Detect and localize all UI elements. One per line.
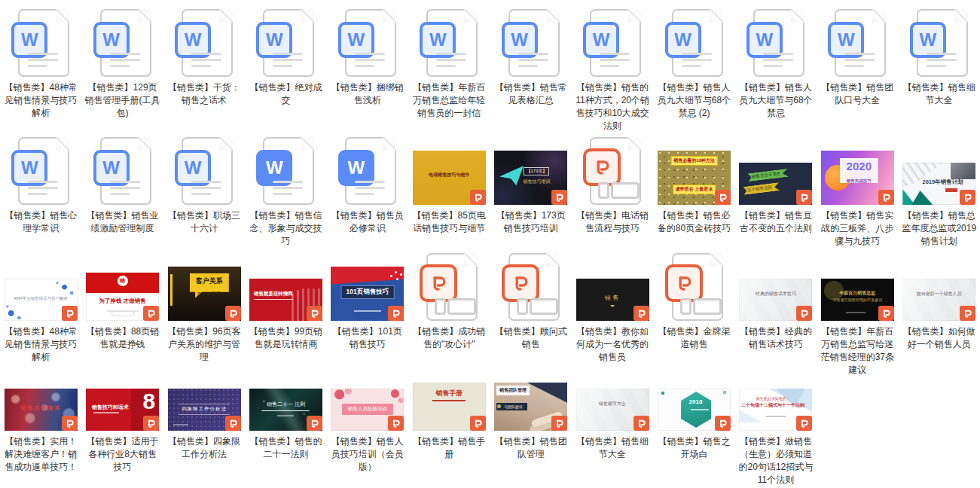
file-label: 【销售类】销售人员九大细节与68个禁忌	[735, 77, 817, 120]
file-label: 【销售类】适用于各种行业8大销售技巧	[81, 431, 163, 474]
thumbnail-text: 8	[143, 390, 156, 413]
thumbnail-text: 销售技巧和话术	[92, 404, 129, 411]
file-item[interactable]: W【销售类】销售常见表格汇总	[490, 5, 571, 133]
thumbnail-text: 2019年销售计划	[923, 178, 963, 186]
file-item[interactable]: 【销售类】成功销售的"攻心计"	[408, 252, 490, 377]
ppt-badge-icon	[225, 306, 241, 321]
file-media: W	[327, 133, 408, 205]
file-item[interactable]: W【销售类】销售人员九大细节与68个禁忌 (2)	[653, 5, 734, 133]
file-label: 【销售类】如何做好一个销售人员	[899, 321, 980, 351]
thumbnail-decoration	[354, 310, 381, 312]
file-item[interactable]: 销售人员技能培训【销售类】销售人员技巧培训（会员版）	[327, 375, 408, 488]
file-item[interactable]: 销售就是玩转情商【销售类】99页销售就是玩转情商	[245, 252, 326, 377]
file-item[interactable]: W【销售类】销售信念、形象与成交技巧	[245, 133, 326, 252]
doc-text-line	[763, 53, 793, 55]
file-item[interactable]: 销售团队管理与团队建设【销售类】销售团队管理	[490, 375, 571, 488]
thumbnail-text: 销售就是玩转情商	[254, 291, 293, 300]
doc-text-line	[355, 187, 385, 189]
thumbnail-decoration	[111, 311, 134, 316]
file-item[interactable]: 电话销售技巧与细节【销售类】85页电话销售技巧与细节	[408, 133, 490, 252]
file-item[interactable]: W【销售类】干货：销售之话术	[163, 5, 245, 133]
file-item[interactable]: 如何做好一个销售人员【销售类】如何做好一个销售人员	[899, 252, 980, 377]
ppt-badge-icon	[633, 416, 649, 431]
thumbnail-text: 虚怀若谷 上善若水	[673, 185, 716, 194]
file-media: W	[0, 133, 81, 205]
page-fold-corner	[56, 9, 69, 23]
word-doc-icon: W	[753, 9, 804, 77]
file-item[interactable]: 【173页】销售技巧培训【销售类】173页销售技巧培训	[490, 133, 571, 252]
file-item[interactable]: W【销售类】销售心理学常识	[0, 133, 81, 252]
doc-text-line	[927, 59, 957, 61]
file-item[interactable]: 做生意必须知道的：二十句话十二招式与十一个法则【销售类】做销售（生意）必须知道的…	[735, 375, 817, 488]
thumbnail-text: 如何做好一个销售人员	[917, 291, 962, 297]
file-item[interactable]: W【销售类】销售的11种方式，20个销售技巧和10大成交法则	[572, 5, 653, 133]
file-label: 【销售类】销售亘古不变的五个法则	[735, 205, 817, 235]
doc-text-line	[273, 187, 303, 189]
file-item[interactable]: 销售手册【销售类】销售手册	[408, 375, 490, 488]
file-item[interactable]: 【销售类】金牌渠道销售	[653, 252, 734, 377]
ppt-badge-icon	[551, 190, 567, 205]
file-label: 【销售类】捆绑销售浅析	[327, 77, 408, 107]
file-item[interactable]: W【销售类】48种常见销售情景与技巧解析	[0, 5, 81, 133]
file-item[interactable]: 四象限工作分析法【销售类】四象限工作分析法	[163, 375, 245, 488]
page-fold-corner	[138, 9, 151, 23]
file-item[interactable]: 精为了挣钱 才做销售【销售类】88页销售就是挣钱	[81, 252, 163, 377]
file-item[interactable]: 【销售类】电话销售流程与技巧	[572, 133, 653, 252]
file-item[interactable]: W【销售类】销售人员九大细节与68个禁忌	[735, 5, 817, 133]
file-item[interactable]: 客户关系维护与管理【销售类】96页客户关系的维护与管理	[163, 252, 245, 377]
thumbnail-text: 做生意必须知道的：	[756, 396, 790, 401]
doc-text-line	[844, 59, 875, 61]
file-item[interactable]: 销售如何逼单【销售类】实用！解决难缠客户！销售成功逼单技巧！	[0, 375, 81, 488]
file-item[interactable]: 销售必看的10种方法虚怀若谷 上善若水【销售类】销售必备的80页金砖技巧	[653, 133, 734, 252]
ppt-badge-icon	[796, 306, 812, 321]
doc-text-line	[273, 65, 292, 67]
file-item[interactable]: W【销售类】绝对成交	[245, 5, 326, 133]
file-item[interactable]: 销售二十一 法则【销售类】销售的二十一法则	[245, 375, 326, 488]
word-doc-icon: W	[182, 9, 233, 77]
file-item[interactable]: W【销售类】职场三十六计	[163, 133, 245, 252]
ppt-badge-icon	[960, 306, 975, 321]
doc-text-line	[763, 65, 783, 67]
file-label: 【销售类】销售必备的80页金砖技巧	[653, 205, 734, 235]
thumbnail-text: 与团队建设	[496, 403, 527, 410]
file-item[interactable]: W【销售类】销售业绩激励管理制度	[81, 133, 163, 252]
ppt-thumbnail: 销售就是玩转情商	[249, 279, 322, 321]
thumbnail-decoration	[951, 163, 975, 179]
file-item[interactable]: W【销售类】129页销售管理手册(工具包)	[81, 5, 163, 133]
file-item[interactable]: W【销售类】销售员必修常识	[327, 133, 408, 252]
word-doc-icon: W	[182, 137, 233, 205]
file-item[interactable]: W【销售类】销售团队口号大全	[817, 5, 898, 133]
file-item[interactable]: 销售细节大全【销售类】销售细节大全	[572, 375, 653, 488]
file-item[interactable]: W【销售类】销售细节大全	[899, 5, 980, 133]
doc-text-line	[355, 193, 374, 195]
file-item[interactable]: W【销售类】捆绑销售浅析	[327, 5, 408, 133]
file-label: 【销售类】年薪百万销售总监写给迷茫销售经理的37条建议	[817, 321, 898, 377]
file-item[interactable]: 48种常见销售情景与技巧解析【销售类】48种常见销售情景与技巧解析	[0, 252, 81, 377]
thumbnail-text: 为了挣钱 才做销售	[99, 297, 146, 305]
thumbnail-text: 写给迷茫销售经理的37条建议	[833, 297, 883, 302]
doc-text-line	[355, 59, 385, 61]
thumbnail-decoration	[173, 424, 188, 425]
file-item[interactable]: 销售【销售类】教你如何成为一名优秀的销售员	[572, 252, 653, 377]
ppt-badge-icon	[878, 190, 894, 205]
file-item[interactable]: 销售亘古不变的五个销售法则【销售类】销售亘古不变的五个法则	[735, 133, 817, 252]
file-label: 【销售类】48种常见销售情景与技巧解析	[0, 77, 81, 120]
ppt-thumbnail: 销售	[576, 279, 649, 321]
file-item[interactable]: 销售技巧和话术8【销售类】适用于各种行业8大销售技巧	[81, 375, 163, 488]
file-label: 【销售类】年薪百万销售总监给年轻销售员的一封信	[408, 77, 490, 120]
file-item[interactable]: 101页销售技巧【销售类】101页销售技巧	[327, 252, 408, 377]
file-item[interactable]: 2019年销售计划【销售类】销售总监年度总监或2019销售计划	[899, 133, 980, 252]
file-item[interactable]: 【销售类】顾问式销售	[490, 252, 571, 377]
thumbnail-text: 2018	[689, 398, 703, 405]
thumbnail-decoration	[527, 383, 567, 403]
file-item[interactable]: 2018【销售类】销售之开场白	[653, 375, 734, 488]
file-item[interactable]: W【销售类】年薪百万销售总监给年轻销售员的一封信	[408, 5, 490, 133]
file-item[interactable]: 经典的销售话术技巧【销售类】经典的销售话术技巧	[735, 252, 817, 377]
file-media: 经典的销售话术技巧	[735, 252, 817, 321]
file-item[interactable]: 年薪百万销售总监写给迷茫销售经理的37条建议【销售类】年薪百万销售总监写给迷茫销…	[817, 252, 898, 377]
file-media: 电话销售技巧与细节	[408, 133, 490, 205]
file-label: 【销售类】电话销售流程与技巧	[572, 205, 653, 235]
thumbnail-decoration	[499, 166, 524, 185]
file-label: 【销售类】销售心理学常识	[0, 205, 81, 235]
file-item[interactable]: 2020销售实战技巧【销售类】销售实战的三板斧、八步骤与九技巧	[817, 133, 898, 252]
